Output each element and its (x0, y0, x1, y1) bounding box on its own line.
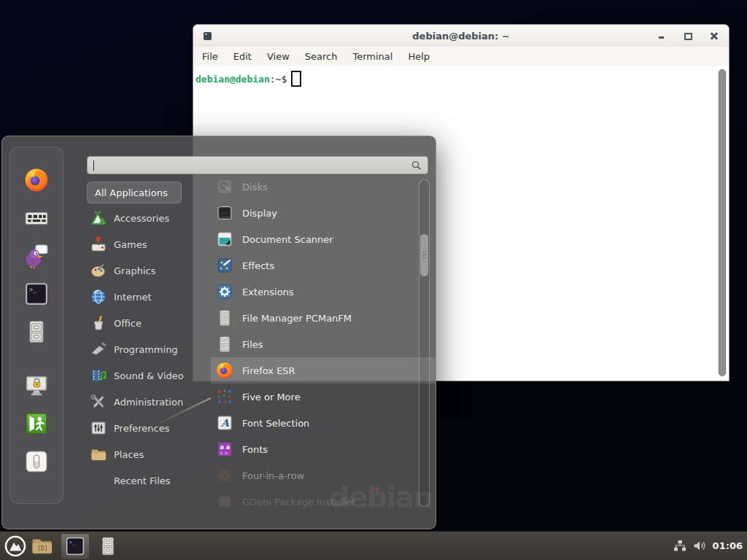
display-icon (216, 204, 233, 222)
menu-scrollbar-thumb[interactable] (420, 234, 428, 276)
shut-down-icon[interactable] (24, 449, 49, 474)
lock-screen-icon[interactable] (24, 373, 49, 398)
search-caret (93, 160, 94, 171)
graphics-icon (90, 262, 107, 279)
four-in-a-row-icon (216, 467, 233, 484)
keyboard-preferences-icon[interactable] (24, 206, 49, 230)
app-firefox-esr[interactable]: Firefox ESR (211, 357, 436, 384)
terminal-menubar: File Edit View Search Terminal Help (193, 47, 729, 66)
app-extensions[interactable]: Extensions (211, 279, 436, 305)
app-document-scanner[interactable]: Document Scanner (211, 226, 436, 252)
pcmanfm-icon (216, 309, 233, 327)
menu-categories: All Applications Accessories Games (87, 182, 212, 494)
category-internet[interactable]: Internet (87, 284, 212, 310)
terminal-scrollbar[interactable] (718, 69, 727, 377)
volume-icon[interactable] (693, 540, 706, 552)
terminal-cursor (291, 71, 301, 87)
maximize-button[interactable] (684, 31, 692, 40)
category-programming[interactable]: Programming (87, 336, 212, 362)
menu-help[interactable]: Help (408, 51, 430, 62)
firefox-esr-icon (216, 362, 233, 379)
category-all-applications[interactable]: All Applications (87, 182, 182, 203)
gdebi-icon (216, 493, 233, 510)
category-sound-video[interactable]: Sound & Video (87, 362, 212, 389)
font-selection-icon: A (216, 414, 233, 432)
category-graphics[interactable]: Graphics (87, 257, 212, 284)
terminal-taskbar-icon (65, 536, 85, 556)
menu-terminal[interactable]: Terminal (352, 51, 392, 62)
terminal-title: debian@debian: ~ (412, 31, 509, 42)
internet-icon (90, 288, 107, 306)
category-preferences[interactable]: Preferences (87, 415, 212, 441)
app-gdebi-package-installer[interactable]: GDebi Package Installer (211, 489, 436, 515)
svg-text:A: A (220, 417, 230, 429)
search-icon (411, 160, 422, 171)
effects-icon (216, 257, 233, 274)
file-manager-icon[interactable] (24, 319, 49, 344)
terminal-icon[interactable] (24, 281, 49, 306)
app-disks[interactable]: Disks (211, 174, 436, 200)
file-manager-launcher-icon[interactable]: [D] (31, 536, 54, 556)
category-office[interactable]: Office (87, 310, 212, 336)
prompt-path: :~$ (270, 74, 287, 85)
app-four-in-a-row[interactable]: Four-in-a-row (211, 462, 436, 489)
applications-menu-button[interactable] (4, 535, 26, 557)
app-display[interactable]: Display (211, 200, 436, 226)
fonts-icon: a a a a (216, 440, 233, 458)
firefox-icon[interactable] (24, 168, 49, 192)
document-scanner-icon (216, 230, 233, 248)
five-or-more-icon (216, 388, 233, 405)
office-icon (90, 314, 107, 332)
administration-icon (90, 393, 107, 411)
disks-icon (216, 178, 233, 195)
files-icon (216, 335, 233, 353)
close-button[interactable] (710, 31, 719, 40)
app-fonts[interactable]: a a a a Fonts (211, 436, 436, 462)
app-files[interactable]: Files (211, 331, 436, 357)
category-accessories[interactable]: Accessories (87, 205, 212, 231)
network-icon[interactable] (673, 540, 686, 552)
svg-text:[D]: [D] (37, 545, 47, 552)
programming-icon (90, 341, 107, 358)
menu-favorites-column (9, 147, 63, 504)
menu-view[interactable]: View (267, 51, 290, 62)
category-games[interactable]: Games (87, 231, 212, 257)
preferences-icon (90, 419, 107, 437)
games-icon (90, 236, 107, 253)
svg-text:a a: a a (220, 450, 228, 456)
terminal-taskbar-button[interactable] (61, 533, 90, 559)
menu-edit[interactable]: Edit (233, 51, 252, 62)
log-out-icon[interactable] (24, 411, 49, 436)
taskbar: [D] 01:06 (0, 531, 747, 560)
places-folder-icon (90, 446, 107, 463)
applications-menu-popup: debian (1, 136, 436, 529)
desktop: >_ debian@debian: ~ File Edit View Searc… (0, 0, 747, 560)
pidgin-icon[interactable] (24, 244, 49, 268)
app-effects[interactable]: Effects (211, 252, 436, 279)
app-file-manager-pcmanfm[interactable]: File Manager PCManFM (211, 305, 436, 331)
minimize-button[interactable] (657, 31, 666, 40)
prompt-user-host: debian@debian (196, 74, 270, 85)
terminal-titlebar-icon (204, 32, 212, 40)
category-administration[interactable]: Administration (87, 389, 212, 415)
terminal-scrollbar-thumb[interactable] (719, 69, 726, 376)
app-font-selection[interactable]: A Font Selection (211, 410, 436, 436)
terminal-titlebar[interactable]: debian@debian: ~ (193, 25, 729, 47)
system-tray: 01:06 (673, 532, 743, 560)
menu-search[interactable]: Search (305, 51, 338, 62)
app-five-or-more[interactable]: Five or More (211, 384, 436, 410)
extensions-icon (216, 283, 233, 300)
menu-file[interactable]: File (202, 51, 218, 62)
accessories-icon (90, 209, 107, 227)
sound-video-icon (90, 367, 107, 384)
menu-search-input[interactable] (87, 156, 428, 174)
file-cabinet-launcher-icon[interactable] (98, 535, 118, 557)
category-recent-files[interactable]: Recent Files (87, 467, 212, 494)
menu-scrollbar[interactable] (419, 179, 430, 507)
category-places[interactable]: Places (87, 441, 212, 467)
clock[interactable]: 01:06 (713, 540, 743, 551)
menu-app-list: Disks Display Document Scanner (211, 174, 436, 515)
